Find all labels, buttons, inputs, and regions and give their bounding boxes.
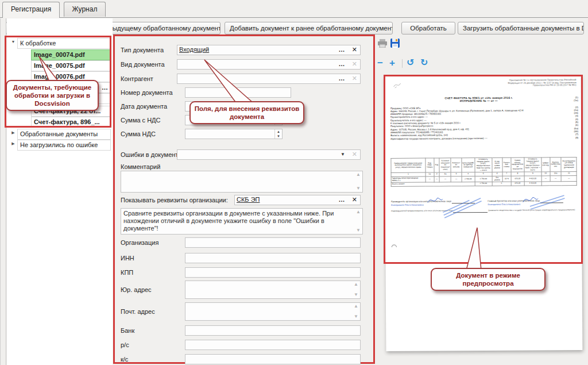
preview-callout: Документ в режиме предпросмотра xyxy=(431,268,546,291)
settlement-account-field[interactable] xyxy=(185,340,361,350)
zoom-out-icon[interactable]: − xyxy=(377,57,383,69)
invoice-cell: Регистрационный номер таможенной деклара… xyxy=(561,157,577,172)
print-icon[interactable] xyxy=(378,39,387,50)
invoice-cell: Всего к оплате xyxy=(391,182,475,187)
tree-group-failed[interactable]: Не загрузились по ошибке xyxy=(17,140,111,151)
document-tree-panel: ▼ К обработке Image_00074.pdf Image_0007… xyxy=(7,18,113,365)
stepper[interactable]: ▲▼ xyxy=(274,129,282,139)
requisites-form: Тип документа Входящий … ✕ Вид документа… xyxy=(113,34,375,364)
invoice-cell: Код вида товара xyxy=(425,158,434,172)
org-requisites-field[interactable]: СКБ ЭП … ✕ xyxy=(234,195,361,205)
inn-label: ИНН xyxy=(121,253,134,263)
zoom-in-icon[interactable]: + xyxy=(389,57,395,69)
inn-field[interactable] xyxy=(185,253,361,263)
lookup-ellipsis-icon[interactable]: … xyxy=(337,60,346,68)
save-icon[interactable] xyxy=(390,39,400,50)
clear-icon[interactable]: ✕ xyxy=(352,196,357,203)
invoice-cell: — xyxy=(562,175,577,182)
errors-field[interactable]: ▼ ✕ xyxy=(177,149,361,160)
corr-account-label: к/с xyxy=(121,354,128,364)
invoice-cell: Количество (объем) xyxy=(451,158,461,172)
scroll-down-icon[interactable]: ▼ xyxy=(356,228,361,233)
invoice-cell: без акциза xyxy=(492,176,502,182)
kpp-field[interactable] xyxy=(185,267,361,278)
scroll-down-icon[interactable]: ▼ xyxy=(354,314,358,319)
corr-account-field[interactable] xyxy=(185,354,361,364)
lookup-ellipsis-icon[interactable]: … xyxy=(337,45,346,54)
invoice-line: Идентификатор государственного контракта… xyxy=(390,136,578,140)
clear-icon-disabled: ✕ xyxy=(352,60,357,68)
invoice-cell: Условное обозначение (национальное) xyxy=(439,158,451,172)
invoice-cell: Стоимость товаров (работ, услуг), имущес… xyxy=(475,157,492,172)
org-requisites-value: СКБ ЭП xyxy=(237,196,260,203)
scroll-up-icon[interactable]: ▲ xyxy=(354,304,358,309)
doc-type-field[interactable]: Входящий … ✕ xyxy=(177,45,361,55)
counterparty-field[interactable]: … ✕ xyxy=(177,74,361,84)
add-document-button[interactable]: Добавить документ к ранее обработанному … xyxy=(225,22,393,34)
chevron-down-icon[interactable]: ▼ xyxy=(10,40,16,44)
invoice-cell: Сумма налога, предъявляемая покупателю xyxy=(511,157,524,172)
rotate-ccw-icon[interactable]: ↺ xyxy=(407,57,414,68)
scroll-down-icon[interactable]: ▼ xyxy=(354,293,358,297)
kpp-label: КПП xyxy=(121,267,133,278)
invoice-cell: — xyxy=(451,176,461,183)
errors-label: Ошибки в документе xyxy=(121,149,181,160)
scroll-up-icon[interactable]: ▲ xyxy=(354,282,358,287)
tree-group-processed[interactable]: Обработанные документы xyxy=(17,129,111,140)
invoice-cell: — xyxy=(550,176,562,182)
counterparty-label: Контрагент xyxy=(121,74,153,84)
invoice-cell: 18 % xyxy=(502,176,511,182)
upload-dv-button[interactable]: Загрузить обработанные документы в DV xyxy=(458,22,584,34)
comment-field[interactable]: ▲ ▼ xyxy=(121,171,363,193)
tree-item-image-00074[interactable]: Image_00074.pdf xyxy=(31,49,111,60)
invoice-cell: Цифровой код xyxy=(541,157,550,172)
doc-kind-field[interactable]: … ✕ xyxy=(177,59,361,70)
scroll-up-icon[interactable]: ▲ xyxy=(356,172,361,177)
tree-group-to-process[interactable]: К обработке xyxy=(17,38,111,49)
legal-address-field[interactable]: ▲ ▼ xyxy=(185,281,361,299)
lookup-ellipsis-icon[interactable]: … xyxy=(337,74,346,83)
invoice-cell: 3 750,00 xyxy=(462,176,475,183)
process-button[interactable]: Обработать xyxy=(401,22,455,34)
invoice-cell: Краткое наименование xyxy=(550,157,561,172)
invoice-cell: — xyxy=(434,176,440,182)
form-callout: Поля, для внесения реквизитов документа xyxy=(189,101,304,124)
invoice-cell xyxy=(541,182,577,186)
lookup-ellipsis-icon[interactable]: … xyxy=(337,195,346,204)
doc-number-label: Номер документа xyxy=(121,87,173,98)
invoice-cell: 3 750,00 xyxy=(475,176,492,182)
tab-registration[interactable]: Регистрация xyxy=(2,2,60,18)
tabstrip: Регистрация Журнал xyxy=(2,2,107,17)
tree-item-image-00075[interactable]: Image_00075.pdf xyxy=(31,60,111,71)
toolbar-separator xyxy=(402,59,403,68)
rotate-cw-icon[interactable]: ↻ xyxy=(420,57,428,68)
chevron-right-icon[interactable]: ▶ xyxy=(10,141,16,146)
organization-label: Организация xyxy=(121,237,158,248)
bank-field[interactable] xyxy=(185,325,361,336)
tab-journal[interactable]: Журнал xyxy=(64,2,106,17)
amount-vat-label: Сумма НДС xyxy=(121,129,156,139)
organization-field[interactable] xyxy=(185,237,361,248)
legal-address-label: Юр. адрес xyxy=(121,285,152,295)
tree-item-invoice-896[interactable]: Счет-фактура, 896_... xyxy=(31,117,111,128)
invoice-cell: 4 425,00 xyxy=(524,182,541,186)
invoice-cell: — xyxy=(425,176,434,182)
clear-icon[interactable]: ✕ xyxy=(352,46,357,53)
accountant-signature-name: Екатеринина Ольга Николаевна xyxy=(488,203,520,205)
amount-vat-field[interactable]: ▲▼ xyxy=(185,129,283,139)
compare-info-text: Сравните реквизиты организации в докумен… xyxy=(123,210,334,232)
scroll-up-icon[interactable]: ▲ xyxy=(356,210,361,214)
amount-with-vat-label: Сумма с НДС xyxy=(121,115,161,125)
invoice-corner-note: Приложение № 1 к постановлению Правитель… xyxy=(503,79,577,87)
chevron-down-icon[interactable]: ▼ xyxy=(341,152,345,157)
tree-callout: Документы, требующие обработки и загрузк… xyxy=(6,80,99,111)
doc-number-field[interactable] xyxy=(185,87,291,98)
doc-type-label: Тип документа xyxy=(121,45,164,55)
invoice-cell: Гарнитура связи переговорная МИКС-2 3 xyxy=(391,176,425,183)
left-edge-strip xyxy=(0,18,6,365)
chevron-right-icon[interactable]: ▶ xyxy=(10,130,16,135)
invoice-cell: — xyxy=(541,176,550,182)
head-signature-name: Екатеринина Ольга Николаевна xyxy=(391,203,424,206)
postal-address-field[interactable]: ▲ ▼ xyxy=(185,302,361,321)
scroll-down-icon[interactable]: ▼ xyxy=(356,186,361,191)
